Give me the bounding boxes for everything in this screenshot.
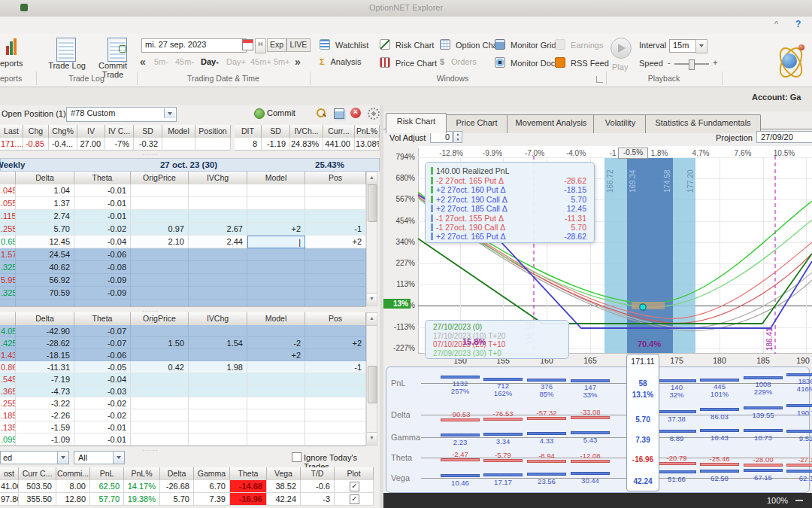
option-row[interactable]: .185-2.26-0.02	[0, 409, 366, 421]
option-col-header[interactable]: Model	[247, 312, 305, 325]
option-cell[interactable]: 0.86	[0, 361, 16, 373]
trade-filter-select[interactable]: ed	[0, 451, 69, 464]
option-cell[interactable]: .135	[0, 421, 16, 433]
option-cell[interactable]	[305, 261, 366, 274]
tab-movement-analysis[interactable]: Movement Analysis	[507, 114, 595, 133]
windows-button-earnings[interactable]: Earnings	[555, 39, 603, 51]
plot-checkbox[interactable]: ✓	[350, 482, 359, 491]
option-row[interactable]: .255-3.22-0.02	[0, 397, 366, 409]
windows-button-monitor-grid[interactable]: Monitor Grid	[495, 39, 556, 51]
option-cell[interactable]: -0.02	[74, 397, 131, 409]
option-cell[interactable]: -0.04	[74, 236, 131, 248]
scroll-up-icon[interactable]: ▲	[367, 313, 377, 326]
interval-select[interactable]: 15m	[669, 39, 698, 53]
option-cell[interactable]	[305, 397, 366, 409]
option-cell[interactable]	[189, 397, 247, 409]
option-cell[interactable]: 0.97	[131, 223, 189, 236]
option-cell[interactable]: 56.92	[16, 274, 74, 287]
trades-col-header[interactable]: Commi...	[56, 467, 90, 480]
option-col-header[interactable]: OrigPrice	[131, 172, 189, 184]
windows-button-analysis[interactable]: Σ Analysis	[320, 57, 361, 69]
trades-col-header[interactable]: PnL%	[124, 467, 160, 480]
windows-button-watchlist[interactable]: Watchlist	[320, 39, 368, 51]
option-cell[interactable]	[131, 385, 189, 397]
option-cell[interactable]	[189, 373, 247, 385]
option-row[interactable]: .0451.04-0.01	[0, 184, 366, 197]
option-cell[interactable]: .095	[0, 433, 16, 446]
option-row[interactable]: 0.86-11.31-0.050.421.98-1	[0, 361, 366, 373]
live-button[interactable]: LIVE	[286, 38, 311, 52]
option-cell[interactable]: 4.05	[0, 325, 16, 337]
time-picker-button[interactable]: H	[255, 38, 266, 53]
position-selector-arrow-icon[interactable]	[164, 108, 175, 118]
ignore-trades-checkbox[interactable]	[292, 452, 301, 462]
option-cell[interactable]	[189, 325, 247, 337]
projection-date-input[interactable]: 27/09/20	[756, 131, 812, 143]
option-cell[interactable]: .365	[0, 385, 16, 397]
option-cell[interactable]	[16, 300, 74, 307]
option-cell[interactable]	[247, 210, 305, 223]
settings-gear-icon[interactable]	[368, 108, 380, 120]
close-position-icon[interactable]: ×	[350, 108, 361, 118]
option-cell[interactable]: .115	[0, 210, 16, 223]
option-row[interactable]: .095-1.09-0.01	[0, 433, 366, 446]
nav-5m+[interactable]: 5m+	[274, 57, 290, 66]
option-row[interactable]: .425-28.62-0.071.501.54-2+2	[0, 337, 366, 349]
interval-dropdown-icon[interactable]	[695, 39, 707, 53]
option-cell[interactable]	[189, 197, 247, 210]
speed-plus[interactable]: +	[713, 58, 717, 67]
option-cell[interactable]: -2	[247, 337, 305, 349]
option-row[interactable]: 1.5724.54-0.06	[0, 248, 366, 261]
option-cell[interactable]: -42.90	[16, 325, 74, 337]
calls-scrollbar[interactable]: ▲▼	[366, 172, 377, 306]
scroll-thumb[interactable]	[368, 366, 377, 403]
option-col-header[interactable]: OrigPrice	[131, 312, 189, 325]
expiry-filter-select[interactable]: All	[74, 451, 125, 464]
search-icon[interactable]	[317, 108, 326, 118]
option-cell[interactable]	[131, 300, 189, 307]
option-cell[interactable]: -0.05	[74, 361, 131, 373]
option-cell[interactable]	[189, 287, 247, 300]
option-cell[interactable]: -0.01	[74, 184, 131, 197]
option-cell[interactable]	[305, 421, 366, 433]
option-cell[interactable]: -0.07	[74, 325, 131, 337]
option-cell[interactable]	[189, 184, 247, 197]
option-cell[interactable]	[131, 421, 189, 433]
option-cell[interactable]: 24.54	[16, 248, 74, 261]
option-cell[interactable]: -11.31	[16, 361, 74, 373]
option-cell[interactable]: .255	[0, 223, 16, 236]
option-col-header[interactable]: Theta	[74, 172, 131, 184]
option-cell[interactable]	[247, 261, 305, 274]
option-row[interactable]: .32540.62-0.08	[0, 261, 366, 274]
option-cell[interactable]	[189, 421, 247, 433]
option-cell[interactable]	[131, 287, 189, 300]
option-row[interactable]: 0.6512.45-0.042.102.44|+2	[0, 236, 366, 248]
option-row[interactable]: .365-4.73-0.03	[0, 385, 366, 397]
export-grid-icon[interactable]	[334, 108, 344, 119]
option-row[interactable]	[0, 300, 366, 307]
option-cell[interactable]	[247, 409, 305, 421]
option-cell[interactable]	[305, 385, 366, 397]
option-cell[interactable]	[305, 409, 366, 421]
trading-date-input[interactable]: mi. 27 sep. 2023	[141, 38, 247, 53]
option-cell[interactable]: -1.09	[16, 433, 74, 446]
tab-volatility[interactable]: Volatility	[593, 114, 647, 133]
option-cell[interactable]: +2	[247, 223, 305, 236]
option-cell[interactable]	[131, 248, 189, 261]
commit-button[interactable]: Commit	[254, 108, 302, 120]
nav-45m+[interactable]: 45m+	[250, 57, 271, 66]
option-cell[interactable]: -0.04	[74, 373, 131, 385]
weekly-header[interactable]: Weekly27 oct. 23 (30)25.43%	[0, 158, 380, 172]
splitter-dots[interactable]: .....	[143, 150, 159, 157]
option-cell[interactable]: +2	[247, 349, 305, 361]
trades-col-header[interactable]: ost	[0, 467, 19, 480]
option-cell[interactable]: -0.01	[74, 197, 131, 210]
option-cell[interactable]	[131, 261, 189, 274]
reports-icon[interactable]	[6, 38, 17, 55]
exp-button[interactable]: Exp	[267, 38, 286, 52]
option-cell[interactable]: -0.08	[74, 261, 131, 274]
windows-button-risk-chart[interactable]: Risk Chart	[380, 39, 434, 51]
model-edit-cell[interactable]: |	[247, 236, 305, 248]
nav-prev-icon[interactable]: «	[140, 56, 146, 68]
option-row[interactable]: .135-1.59-0.01	[0, 421, 366, 433]
